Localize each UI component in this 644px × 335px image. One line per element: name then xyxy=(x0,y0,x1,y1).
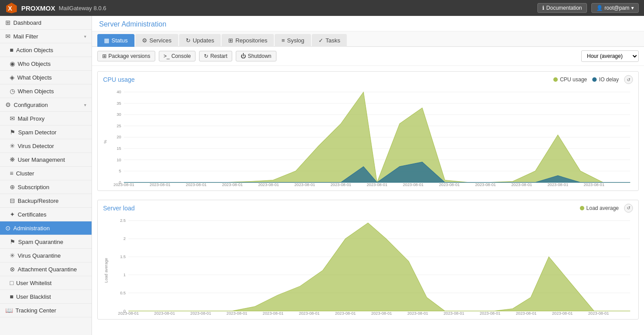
server-load-chart: Server load Load average ↺ xyxy=(97,200,639,320)
sidebar-item-tracking-center[interactable]: 📖 Tracking Center xyxy=(0,304,92,317)
user-button[interactable]: 👤 root@pam ▾ xyxy=(591,3,639,13)
server-load-chart-header: Server load Load average ↺ xyxy=(98,200,638,216)
sidebar-item-label: Attachment Quarantine xyxy=(18,266,77,273)
sidebar-item-attachment-quarantine[interactable]: ⊗ Attachment Quarantine xyxy=(0,263,92,276)
sidebar-item-spam-quarantine[interactable]: ⚑ Spam Quarantine xyxy=(0,235,92,249)
info-icon: ℹ xyxy=(542,5,544,11)
tab-services[interactable]: ⚙ Services xyxy=(135,34,178,47)
svg-text:19:31:00: 19:31:00 xyxy=(555,315,571,316)
certificates-icon: ✦ xyxy=(10,211,15,218)
topbar: X PROXMOX MailGateway 8.0.6 ℹ Documentat… xyxy=(0,0,644,16)
sidebar-item-spam-detector[interactable]: ⚑ Spam Detector xyxy=(0,126,92,139)
server-load-chart-reset-button[interactable]: ↺ xyxy=(624,204,633,213)
console-icon: >_ xyxy=(164,53,170,59)
cpu-chart-title: CPU usage xyxy=(103,76,135,83)
package-icon: ⊞ xyxy=(102,53,107,59)
sidebar-item-configuration[interactable]: ⚙ Configuration ▾ xyxy=(0,98,92,112)
main-layout: ⊞ Dashboard ✉ Mail Filter ▾ ■ Action Obj… xyxy=(0,16,644,335)
svg-text:19:01:00: 19:01:00 xyxy=(337,315,353,316)
sidebar-item-when-objects[interactable]: ◷ When Objects xyxy=(0,84,92,98)
sidebar-item-label: Tracking Center xyxy=(15,307,56,314)
server-load-legend: Load average xyxy=(580,205,619,211)
sidebar-item-user-blacklist[interactable]: ■ User Blacklist xyxy=(0,290,92,304)
shutdown-icon: ⏻ xyxy=(241,53,246,59)
chevron-down-icon: ▾ xyxy=(631,5,634,11)
sidebar-item-backup-restore[interactable]: ⊟ Backup/Restore xyxy=(0,194,92,208)
sidebar-item-action-objects[interactable]: ■ Action Objects xyxy=(0,43,92,57)
svg-text:35: 35 xyxy=(117,101,121,106)
attachment-icon: ⊗ xyxy=(10,266,15,273)
tab-tasks[interactable]: ✓ Tasks xyxy=(312,34,347,47)
sidebar-item-administration[interactable]: ⊙ Administration xyxy=(0,221,92,235)
logo-text: PROXMOX xyxy=(21,4,55,12)
svg-text:18:56:00: 18:56:00 xyxy=(297,186,313,187)
sidebar-item-label: Action Objects xyxy=(16,47,53,53)
sidebar-item-label: Spam Quarantine xyxy=(18,239,63,245)
charts-area: CPU usage CPU usage IO delay xyxy=(92,66,644,334)
server-load-chart-svg: 0 0.5 1 1.5 2 2.5 Load average 2023-08-0… xyxy=(101,216,635,316)
sidebar-item-label: Mail Filter xyxy=(13,33,38,40)
package-versions-button[interactable]: ⊞ Package versions xyxy=(97,51,155,61)
svg-text:15: 15 xyxy=(117,146,121,151)
svg-text:19:06:00: 19:06:00 xyxy=(369,186,385,187)
restart-button[interactable]: ↻ Restart xyxy=(199,51,232,61)
sidebar-item-virus-detector[interactable]: ✳ Virus Detector xyxy=(0,139,92,153)
svg-text:10: 10 xyxy=(117,158,121,162)
sidebar-item-cluster[interactable]: ≡ Cluster xyxy=(0,167,92,180)
expand-arrow: ▾ xyxy=(84,34,86,39)
toolbar: ⊞ Package versions >_ Console ↻ Restart … xyxy=(92,47,644,66)
legend-cpu-usage: CPU usage xyxy=(553,76,587,83)
documentation-button[interactable]: ℹ Documentation xyxy=(537,3,587,13)
svg-marker-64 xyxy=(128,223,630,311)
content-area: Server Administration ▦ Status ⚙ Service… xyxy=(92,16,644,335)
sidebar-item-label: User Management xyxy=(18,156,65,163)
sidebar-item-what-objects[interactable]: ◈ What Objects xyxy=(0,71,92,84)
sidebar-item-label: User Blacklist xyxy=(16,293,51,300)
svg-text:19:16:00: 19:16:00 xyxy=(446,315,462,316)
svg-text:19:06:00: 19:06:00 xyxy=(374,315,390,316)
console-button[interactable]: >_ Console xyxy=(159,51,196,61)
svg-text:1.5: 1.5 xyxy=(120,255,126,259)
sidebar-item-who-objects[interactable]: ◉ Who Objects xyxy=(0,57,92,71)
spam-quarantine-icon: ⚑ xyxy=(10,238,15,245)
sidebar-item-certificates[interactable]: ✦ Certificates xyxy=(0,208,92,221)
sidebar-item-label: Subscription xyxy=(18,184,50,190)
sidebar-item-label: What Objects xyxy=(17,74,52,81)
tab-repositories[interactable]: ⊞ Repositories xyxy=(222,34,274,47)
cluster-icon: ≡ xyxy=(10,170,13,177)
updates-tab-icon: ↻ xyxy=(186,37,191,44)
svg-text:30: 30 xyxy=(117,112,121,117)
tab-label: Tasks xyxy=(326,37,340,44)
tabs-bar: ▦ Status ⚙ Services ↻ Updates ⊞ Reposito… xyxy=(92,31,644,47)
sidebar-item-subscription[interactable]: ⊕ Subscription xyxy=(0,180,92,194)
shutdown-button[interactable]: ⏻ Shutdown xyxy=(236,51,276,61)
sidebar-item-user-whitelist[interactable]: □ User Whitelist xyxy=(0,276,92,290)
sidebar-item-dashboard[interactable]: ⊞ Dashboard xyxy=(0,16,92,30)
io-delay-legend-dot xyxy=(592,77,597,82)
backup-icon: ⊟ xyxy=(10,197,15,204)
svg-text:19:11:00: 19:11:00 xyxy=(405,186,421,187)
sidebar-item-mail-filter[interactable]: ✉ Mail Filter ▾ xyxy=(0,30,92,43)
whitelist-icon: □ xyxy=(10,279,13,286)
tasks-tab-icon: ✓ xyxy=(318,37,323,44)
svg-text:19:21:00: 19:21:00 xyxy=(482,315,498,316)
svg-text:18:41:00: 18:41:00 xyxy=(188,186,204,187)
tab-updates[interactable]: ↻ Updates xyxy=(179,34,221,47)
tab-syslog[interactable]: ≡ Syslog xyxy=(275,34,311,47)
sidebar-item-label: Spam Detector xyxy=(18,129,57,136)
svg-text:18:51:00: 18:51:00 xyxy=(261,186,276,187)
time-selector[interactable]: Hour (average) Day (average) Week (avera… xyxy=(581,50,639,62)
sidebar-item-label: Virus Quarantine xyxy=(18,252,61,259)
svg-text:18:36:00: 18:36:00 xyxy=(152,186,168,187)
cpu-chart-reset-button[interactable]: ↺ xyxy=(624,75,633,84)
tab-status[interactable]: ▦ Status xyxy=(97,34,134,47)
sidebar-item-mail-proxy[interactable]: ✉ Mail Proxy xyxy=(0,112,92,126)
cpu-usage-legend-label: CPU usage xyxy=(560,76,587,83)
load-avg-legend-label: Load average xyxy=(586,205,619,211)
tab-label: Status xyxy=(111,37,128,44)
svg-text:2.5: 2.5 xyxy=(120,218,126,223)
sidebar-item-label: When Objects xyxy=(18,88,54,95)
svg-text:18:46:00: 18:46:00 xyxy=(229,315,245,316)
sidebar-item-user-management[interactable]: ❋ User Management xyxy=(0,153,92,167)
sidebar-item-virus-quarantine[interactable]: ✳ Virus Quarantine xyxy=(0,249,92,263)
